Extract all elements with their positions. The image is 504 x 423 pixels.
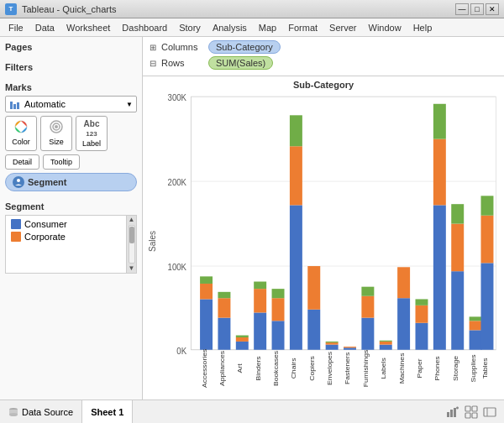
scroll-down-arrow[interactable]: ▼ [128,264,136,273]
svg-rect-68 [433,205,446,349]
corporate-label: Corporate [24,232,66,242]
svg-text:Binders: Binders [255,356,261,380]
svg-rect-19 [200,299,213,349]
svg-rect-94 [465,413,470,418]
scroll-up-arrow[interactable]: ▲ [128,216,136,224]
new-dashboard-icon[interactable] [464,405,479,420]
status-bar: Data Source Sheet 1 [0,400,504,423]
svg-rect-70 [433,104,446,139]
svg-rect-33 [254,282,266,290]
menu-file[interactable]: File [3,21,29,34]
svg-text:300K: 300K [168,92,187,102]
svg-rect-61 [397,298,410,350]
svg-rect-47 [326,342,339,344]
app-icon: T [5,3,17,15]
svg-rect-24 [218,298,230,317]
svg-rect-37 [272,289,285,298]
svg-text:Paper: Paper [416,358,423,378]
filters-title: Filters [5,62,137,72]
menu-map[interactable]: Map [254,21,281,34]
bar-labels: Labels [380,341,392,379]
color-label: Color [12,138,30,146]
datasource-tab[interactable]: Data Source [0,400,82,424]
svg-rect-96 [484,408,496,416]
title-bar-controls[interactable]: — □ ✕ [455,3,499,15]
bar-machines: Machines [397,267,410,384]
chart-area: Sub-Category Sales 300K 200K [143,76,504,400]
svg-rect-78 [470,316,482,321]
new-story-icon[interactable] [482,405,497,420]
minimize-button[interactable]: — [455,3,469,15]
columns-shelf: ⊞ Columns Sub-Category [150,40,497,54]
new-sheet-icon[interactable] [445,405,460,420]
corporate-color-swatch [11,232,21,242]
marks-section: Marks Automatic ▼ [5,82,137,191]
svg-rect-82 [480,196,493,215]
svg-rect-50 [344,347,356,349]
scroll-track [129,225,135,264]
columns-value-pill[interactable]: Sub-Category [208,40,281,54]
scroll-thumb[interactable] [129,227,134,243]
svg-rect-54 [361,296,374,318]
svg-rect-53 [361,318,374,350]
marks-type-dropdown[interactable]: Automatic ▼ [5,96,137,112]
story-add-icon [483,405,496,419]
svg-text:Bookcases: Bookcases [273,351,280,386]
pages-section: Pages [5,42,137,55]
menu-analysis[interactable]: Analysis [207,21,252,34]
menu-data[interactable]: Data [30,21,60,34]
menu-format[interactable]: Format [283,21,323,34]
menu-window[interactable]: Window [364,21,407,34]
menu-server[interactable]: Server [324,21,361,34]
color-button[interactable]: Color [5,116,37,151]
bar-paper: Paper [416,299,428,378]
svg-rect-89 [454,408,456,417]
svg-rect-46 [326,345,339,350]
svg-text:Labels: Labels [381,358,387,379]
bar-appliances: Appliances [218,292,230,386]
color-icon [13,119,29,137]
svg-rect-9 [191,97,496,350]
svg-rect-39 [290,205,302,349]
legend-scrollbar[interactable]: ▲ ▼ [126,216,136,273]
svg-point-4 [18,124,24,129]
segment-pill[interactable]: Segment [5,173,137,191]
svg-rect-29 [236,336,249,337]
menu-help[interactable]: Help [408,21,438,34]
size-button[interactable]: Size [40,116,72,151]
detail-label: Detail [13,158,32,166]
chart-title: Sub-Category [146,80,501,90]
close-button[interactable]: ✕ [486,3,499,15]
detail-button[interactable]: Detail [5,154,39,170]
svg-rect-69 [433,139,446,206]
maximize-button[interactable]: □ [470,3,484,15]
svg-rect-48 [326,342,339,342]
svg-text:Phones: Phones [434,356,441,380]
bar-chart-add-icon [446,405,459,419]
svg-rect-21 [200,276,213,284]
size-rings-icon [49,119,64,134]
sheet-tab[interactable]: Sheet 1 [82,400,133,424]
datasource-label: Data Source [22,407,73,417]
window-title: Tableau - Quick_charts [22,4,117,14]
svg-rect-92 [465,406,470,411]
menu-worksheet[interactable]: Worksheet [61,21,115,34]
svg-text:Fasteners: Fasteners [344,352,351,384]
menu-story[interactable]: Story [174,21,206,34]
columns-label: Columns [161,42,203,52]
svg-rect-51 [344,347,356,347]
right-panel: ⊞ Columns Sub-Category ⊟ Rows SUM(Sales)… [143,37,504,400]
rows-value-pill[interactable]: SUM(Sales) [208,56,273,70]
size-label: Size [49,138,64,146]
title-bar: T Tableau - Quick_charts — □ ✕ [0,0,504,18]
svg-rect-43 [307,310,320,350]
svg-rect-44 [307,266,320,310]
menu-dashboard[interactable]: Dashboard [117,21,172,34]
label-button[interactable]: Abc123 Label [76,116,108,151]
person-icon [14,178,23,186]
tooltip-button[interactable]: Tooltip [43,154,80,170]
svg-rect-88 [450,410,453,417]
bar-binders: Binders [254,282,266,381]
svg-text:0K: 0K [176,346,186,356]
svg-rect-65 [416,306,428,323]
